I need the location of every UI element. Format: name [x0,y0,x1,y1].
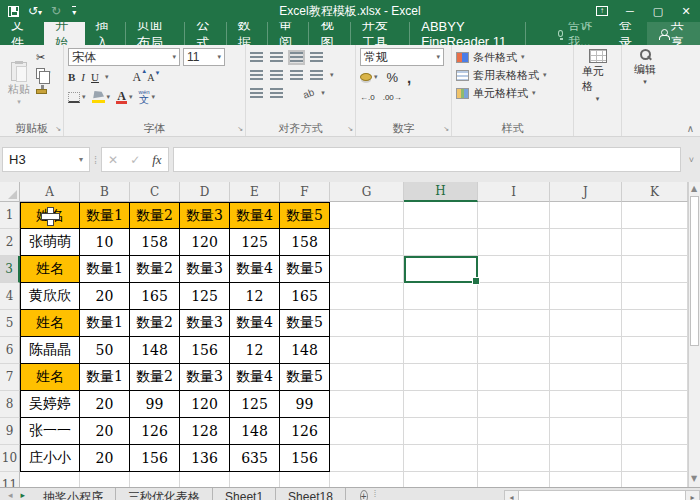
close-button[interactable]: ✕ [672,0,700,22]
row-header-6[interactable]: 6 [0,337,20,364]
borders-button[interactable]: ▾ [68,92,86,103]
cell-E9[interactable]: 148 [230,418,280,445]
cell-H8[interactable] [404,391,478,418]
cell-C9[interactable]: 126 [130,418,180,445]
cell-J1[interactable] [550,202,622,229]
copy-button[interactable]: ▾ [36,66,51,80]
align-middle-icon[interactable] [270,52,283,63]
cell-H9[interactable] [404,418,478,445]
row-header-10[interactable]: 10 [0,445,20,472]
column-header-C[interactable]: C [130,182,180,202]
cell-D2[interactable]: 120 [180,229,230,256]
cell-I8[interactable] [478,391,550,418]
cell-D7[interactable]: 数量3 [180,364,230,391]
cell-G11[interactable] [330,472,404,487]
cell-B7[interactable]: 数量1 [80,364,130,391]
cell-I11[interactable] [478,472,550,487]
font-name-combo[interactable]: 宋体▾ [68,48,180,66]
column-header-A[interactable]: A [20,182,80,202]
cell-J5[interactable] [550,310,622,337]
wrap-text-icon[interactable] [310,52,323,63]
tab-公式[interactable]: 公式 [185,22,226,45]
cell-C4[interactable]: 165 [130,283,180,310]
cell-B4[interactable]: 20 [80,283,130,310]
cell-I2[interactable] [478,229,550,256]
cell-F3[interactable]: 数量5 [280,256,330,283]
tab-数据[interactable]: 数据 [227,22,268,45]
cell-G8[interactable] [330,391,404,418]
horizontal-scrollbar[interactable]: ◂ ▸ [504,490,700,500]
paste-button[interactable]: 粘贴 ▾ [4,48,34,120]
editing-button[interactable]: 编辑 ▾ [630,48,660,87]
cell-D5[interactable]: 数量3 [180,310,230,337]
currency-button[interactable]: ▾ [360,73,378,81]
insert-function-button[interactable]: fx [152,152,161,168]
phonetic-button[interactable]: wén文▾ [139,90,156,104]
cell-F9[interactable]: 126 [280,418,330,445]
cell-B9[interactable]: 20 [80,418,130,445]
cell-K2[interactable] [622,229,688,256]
cell-H2[interactable] [404,229,478,256]
cell-F10[interactable]: 156 [280,445,330,472]
cell-E4[interactable]: 12 [230,283,280,310]
vertical-scroll-thumb[interactable] [690,196,699,346]
cell-C8[interactable]: 99 [130,391,180,418]
cell-C6[interactable]: 148 [130,337,180,364]
grow-font-button[interactable]: A▲ [132,70,141,85]
cell-J4[interactable] [550,283,622,310]
cell-D11[interactable] [180,472,230,487]
collapse-ribbon-button[interactable]: ∧ [687,123,694,134]
underline-button[interactable]: U [91,71,99,83]
cell-B6[interactable]: 50 [80,337,130,364]
column-header-I[interactable]: I [478,182,550,202]
font-color-button[interactable]: A▾ [116,91,133,104]
cell-F6[interactable]: 148 [280,337,330,364]
column-header-K[interactable]: K [622,182,688,202]
align-center-icon[interactable] [270,70,283,81]
cell-G5[interactable] [330,310,404,337]
decrease-decimal-button[interactable]: .00→ [383,93,402,102]
row-header-9[interactable]: 9 [0,418,20,445]
column-header-F[interactable]: F [280,182,330,202]
cell-K4[interactable] [622,283,688,310]
cell-K6[interactable] [622,337,688,364]
tab-插入[interactable]: 插入 [85,22,126,45]
cell-F5[interactable]: 数量5 [280,310,330,337]
decrease-indent-icon[interactable] [250,88,263,99]
sheet-tab-抽奖小程序[interactable]: 抽奖小程序 [31,488,116,500]
alignment-dialog-launcher[interactable]: ↘ [347,125,353,133]
cell-B1[interactable]: 数量1 [80,202,130,229]
cell-J11[interactable] [550,472,622,487]
cell-C10[interactable]: 156 [130,445,180,472]
cell-D3[interactable]: 数量3 [180,256,230,283]
cell-H10[interactable] [404,445,478,472]
sheetbar-splitter[interactable]: ⁞ [374,488,377,499]
italic-button[interactable]: I [81,71,85,83]
cell-G7[interactable] [330,364,404,391]
cell-D4[interactable]: 125 [180,283,230,310]
tell-me-box[interactable]: 告诉我... [548,22,609,45]
number-format-combo[interactable]: 常规▾ [360,48,444,66]
cell-H5[interactable] [404,310,478,337]
increase-indent-icon[interactable] [270,88,283,99]
cell-K5[interactable] [622,310,688,337]
tab-页面布局[interactable]: 页面布局 [126,22,186,45]
cell-K3[interactable] [622,256,688,283]
clipboard-dialog-launcher[interactable]: ↘ [55,125,61,133]
cell-G3[interactable] [330,256,404,283]
align-bottom-icon[interactable] [290,52,303,63]
cell-C2[interactable]: 158 [130,229,180,256]
cell-B10[interactable]: 20 [80,445,130,472]
cell-A6[interactable]: 陈晶晶 [20,337,80,364]
comma-button[interactable]: , [407,69,411,86]
cell-G4[interactable] [330,283,404,310]
redo-button[interactable]: ↻ [51,4,61,18]
cell-J7[interactable] [550,364,622,391]
cell-J9[interactable] [550,418,622,445]
tab-审阅[interactable]: 审阅 [268,22,309,45]
formula-input[interactable] [173,147,681,172]
row-header-5[interactable]: 5 [0,310,20,337]
name-box[interactable]: H3 ▾ [2,147,90,172]
cell-E7[interactable]: 数量4 [230,364,280,391]
cell-J8[interactable] [550,391,622,418]
